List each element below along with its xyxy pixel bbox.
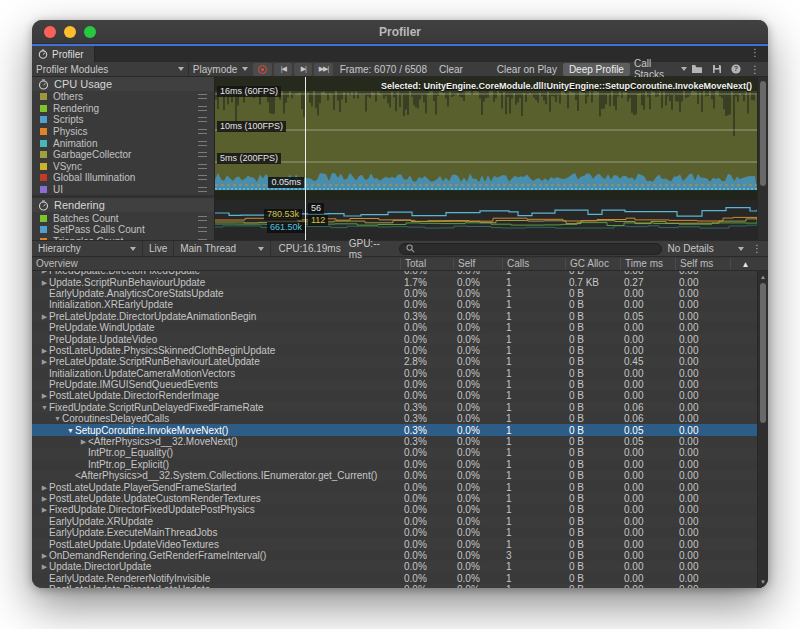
table-row[interactable]: PostLateUpdate.UpdateVideoTextures 0.0% … bbox=[32, 538, 768, 549]
table-row[interactable]: IntPtr.op_Equality() 0.0% 0.0% 1 0 B 0.0… bbox=[32, 447, 768, 458]
legend-item-setpass-calls-count[interactable]: SetPass Calls Count bbox=[32, 224, 214, 236]
chart-scrollbar-thumb[interactable] bbox=[760, 81, 766, 186]
legend-item-animation[interactable]: Animation bbox=[32, 137, 214, 149]
zoom-window-button[interactable] bbox=[84, 26, 96, 38]
foldout-arrow-icon[interactable]: ▶ bbox=[40, 356, 49, 367]
table-row[interactable]: PreUpdate.IMGUISendQueuedEvents 0.0% 0.0… bbox=[32, 379, 768, 390]
table-row[interactable]: Initialization.XREarlyUpdate 0.0% 0.0% 1… bbox=[32, 299, 768, 310]
hierarchy-kebab-menu-icon[interactable]: ⋮ bbox=[750, 243, 768, 254]
profiler-modules-dropdown[interactable]: Profiler Modules bbox=[32, 62, 189, 76]
legend-item-ui[interactable]: UI bbox=[32, 184, 214, 196]
chart-area[interactable]: Selected: UnityEngine.CoreModule.dll!Uni… bbox=[215, 77, 757, 240]
foldout-arrow-icon[interactable]: ▶ bbox=[40, 493, 49, 504]
current-frame-button[interactable]: ▶▶| bbox=[314, 63, 332, 76]
column-header-overview[interactable]: Overview bbox=[32, 258, 400, 270]
legend-item-batches-count[interactable]: Batches Count bbox=[32, 212, 214, 224]
table-row[interactable]: ▼ SetupCoroutine.InvokeMoveNext() 0.3% 0… bbox=[32, 424, 768, 435]
save-icon[interactable] bbox=[712, 64, 722, 74]
table-row[interactable]: ▶ PreLateUpdate.ScriptRunBehaviourLateUp… bbox=[32, 356, 768, 367]
table-row[interactable]: EarlyUpdate.RendererNotifyInvisible 0.0%… bbox=[32, 573, 768, 584]
table-row[interactable]: Initialization.UpdateCameraMotionVectors… bbox=[32, 368, 768, 379]
foldout-arrow-icon[interactable]: ▶ bbox=[40, 277, 49, 288]
tab-profiler[interactable]: Profiler bbox=[32, 46, 95, 62]
drag-handle-icon[interactable] bbox=[198, 187, 207, 192]
tab-options-kebab-icon[interactable]: ⋮ bbox=[750, 46, 768, 62]
table-row[interactable]: ▼ CoroutinesDelayedCalls 0.3% 0.0% 1 0 B… bbox=[32, 413, 768, 424]
call-stacks-dropdown[interactable]: Call Stacks bbox=[630, 62, 691, 76]
foldout-arrow-icon[interactable]: ▶ bbox=[40, 345, 49, 356]
table-row[interactable]: <AfterPhysics>d__32.System.Collections.I… bbox=[32, 470, 768, 481]
legend-item-garbagecollector[interactable]: GarbageCollector bbox=[32, 149, 214, 161]
scroll-up-icon[interactable]: ▲ bbox=[758, 273, 768, 281]
search-input[interactable] bbox=[399, 243, 661, 255]
clear-button[interactable]: Clear bbox=[433, 64, 469, 75]
playmode-dropdown[interactable]: Playmode bbox=[189, 62, 252, 76]
minimize-window-button[interactable] bbox=[64, 26, 76, 38]
foldout-arrow-icon[interactable]: ▶ bbox=[40, 311, 49, 322]
drag-handle-icon[interactable] bbox=[198, 106, 207, 111]
column-header-time-ms[interactable]: Time ms bbox=[620, 258, 675, 270]
thread-dropdown[interactable]: Main Thread bbox=[174, 241, 269, 256]
foldout-arrow-icon[interactable]: ▶ bbox=[79, 436, 88, 447]
legend-item-global-illumination[interactable]: Global Illumination bbox=[32, 172, 214, 184]
drag-handle-icon[interactable] bbox=[198, 227, 207, 232]
table-row[interactable]: EarlyUpdate.XRUpdate 0.0% 0.0% 1 0 B 0.0… bbox=[32, 516, 768, 527]
table-row[interactable]: ▶ OnDemandRendering.GetRenderFrameInterv… bbox=[32, 550, 768, 561]
drag-handle-icon[interactable] bbox=[198, 175, 207, 180]
legend-item-scripts[interactable]: Scripts bbox=[32, 114, 214, 126]
table-row[interactable]: PreUpdate.WindUpdate 0.0% 0.0% 1 0 B 0.0… bbox=[32, 322, 768, 333]
foldout-arrow-icon[interactable]: ▶ bbox=[40, 504, 49, 515]
table-scrollbar-thumb[interactable] bbox=[760, 283, 766, 423]
frame-playhead-line[interactable] bbox=[305, 77, 306, 240]
deep-profile-toggle[interactable]: Deep Profile bbox=[563, 63, 630, 76]
foldout-arrow-icon[interactable]: ▼ bbox=[40, 402, 49, 413]
help-icon[interactable]: ? bbox=[731, 64, 741, 74]
foldout-arrow-icon[interactable]: ▶ bbox=[40, 482, 49, 493]
table-row[interactable]: ▶ <AfterPhysics>d__32.MoveNext() 0.3% 0.… bbox=[32, 436, 768, 447]
column-header-self-ms[interactable]: Self ms bbox=[675, 258, 730, 270]
sort-indicator[interactable]: ▲ bbox=[730, 258, 756, 270]
module-header[interactable]: Rendering bbox=[32, 198, 214, 212]
table-row[interactable]: ▶ PostLateUpdate.UpdateCustomRenderTextu… bbox=[32, 493, 768, 504]
table-row[interactable]: ▶ Update.DirectorUpdate 0.0% 0.0% 1 0 B … bbox=[32, 561, 768, 572]
table-row[interactable]: ▶ Update.ScriptRunBehaviourUpdate 1.7% 0… bbox=[32, 276, 768, 287]
next-frame-button[interactable]: ▶| bbox=[294, 63, 312, 76]
live-toggle[interactable]: Live bbox=[143, 241, 173, 256]
close-window-button[interactable] bbox=[44, 26, 56, 38]
drag-handle-icon[interactable] bbox=[198, 141, 207, 146]
clear-on-play-toggle[interactable]: Clear on Play bbox=[491, 64, 563, 75]
scroll-down-icon[interactable]: ▼ bbox=[758, 578, 768, 586]
foldout-arrow-icon[interactable]: ▶ bbox=[40, 271, 49, 276]
legend-item-vsync[interactable]: VSync bbox=[32, 161, 214, 173]
foldout-arrow-icon[interactable]: ▶ bbox=[40, 390, 49, 401]
legend-item-physics[interactable]: Physics bbox=[32, 126, 214, 138]
foldout-arrow-icon[interactable]: ▼ bbox=[53, 413, 62, 424]
prev-frame-button[interactable]: |◀ bbox=[274, 63, 292, 76]
table-scrollbar[interactable]: ▲ ▼ bbox=[757, 271, 768, 588]
chart-scrollbar[interactable] bbox=[757, 77, 768, 240]
table-row[interactable]: ▶ PostLateUpdate.DirectorLateUpdate 0.0%… bbox=[32, 584, 768, 588]
table-row[interactable]: EarlyUpdate.AnalyticsCoreStatsUpdate 0.0… bbox=[32, 288, 768, 299]
column-header-total[interactable]: Total bbox=[400, 258, 453, 270]
legend-item-others[interactable]: Others bbox=[32, 91, 214, 103]
table-row[interactable]: ▶ PostLateUpdate.PhysicsSkinnedClothBegi… bbox=[32, 345, 768, 356]
drag-handle-icon[interactable] bbox=[198, 129, 207, 134]
drag-handle-icon[interactable] bbox=[198, 94, 207, 99]
foldout-arrow-icon[interactable]: ▶ bbox=[40, 550, 49, 561]
column-header-gc-alloc[interactable]: GC Alloc bbox=[565, 258, 620, 270]
table-row[interactable]: PreUpdate.UpdateVideo 0.0% 0.0% 1 0 B 0.… bbox=[32, 333, 768, 344]
details-pane-dropdown[interactable]: No Details bbox=[662, 241, 750, 256]
foldout-arrow-icon[interactable]: ▶ bbox=[40, 561, 49, 572]
drag-handle-icon[interactable] bbox=[198, 164, 207, 169]
record-button[interactable] bbox=[253, 63, 272, 76]
legend-item-rendering[interactable]: Rendering bbox=[32, 103, 214, 115]
open-folder-icon[interactable] bbox=[691, 64, 703, 74]
foldout-arrow-icon[interactable]: ▶ bbox=[40, 584, 49, 588]
table-row[interactable]: ▶ PreLateUpdate.DirectorUpdateAnimationB… bbox=[32, 311, 768, 322]
drag-handle-icon[interactable] bbox=[198, 216, 207, 221]
view-mode-dropdown[interactable]: Hierarchy bbox=[32, 241, 142, 256]
drag-handle-icon[interactable] bbox=[198, 117, 207, 122]
column-header-self[interactable]: Self bbox=[453, 258, 502, 270]
table-row[interactable]: EarlyUpdate.ExecuteMainThreadJobs 0.0% 0… bbox=[32, 527, 768, 538]
table-row[interactable]: ▶ FixedUpdate.DirectorFixedUpdate 0.0% 0… bbox=[32, 271, 768, 276]
